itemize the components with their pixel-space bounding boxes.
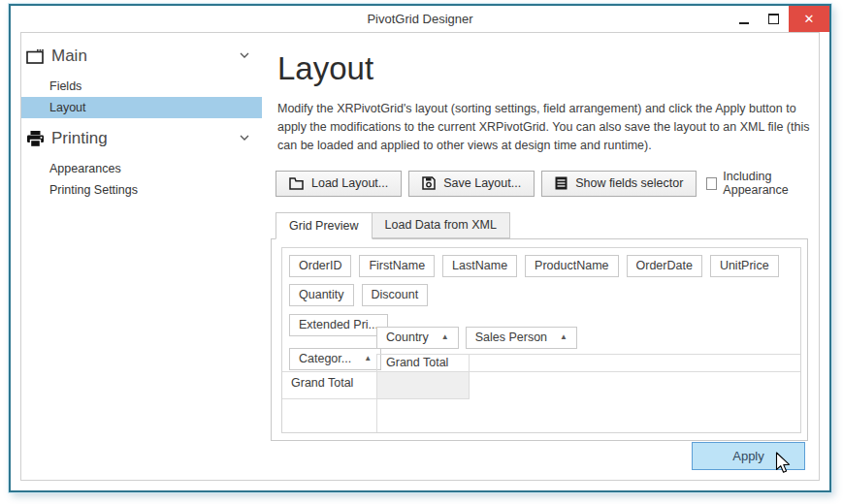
preview-tabs: Grid Preview Load Data from XML (276, 212, 819, 238)
including-appearance-label: Including Appearance (723, 170, 819, 197)
page-description: Modify the XRPivotGrid's layout (sorting… (277, 100, 827, 155)
field-country[interactable]: Country ▲ (376, 327, 459, 349)
field-country-label: Country (386, 331, 429, 344)
sidebar-item-layout[interactable]: Layout (21, 97, 262, 118)
window-title: PivotGrid Designer (11, 12, 829, 26)
save-floppy-icon (422, 176, 436, 190)
tab-grid-preview[interactable]: Grid Preview (276, 212, 373, 239)
main-content: Layout Modify the XRPivotGrid's layout (… (262, 33, 819, 480)
close-button[interactable]: ✕ (789, 6, 829, 32)
grid-line (376, 354, 800, 355)
title-bar: PivotGrid Designer ✕ (11, 6, 829, 32)
window-form-icon (25, 49, 45, 64)
field-productname[interactable]: ProductName (525, 255, 618, 277)
data-cell (377, 372, 469, 398)
field-discount[interactable]: Discount (362, 284, 429, 306)
field-unitprice[interactable]: UnitPrice (710, 255, 779, 277)
apply-button[interactable]: Apply (692, 442, 805, 470)
sidebar-item-printing-settings[interactable]: Printing Settings (21, 179, 262, 201)
field-category[interactable]: Categor... ▲ (289, 348, 381, 370)
filter-fields-row-1: OrderID FirstName LastName ProductName O… (289, 255, 779, 277)
close-icon: ✕ (804, 13, 815, 25)
sidebar-group-label: Printing (51, 129, 108, 148)
field-category-label: Categor... (299, 352, 351, 365)
minimize-icon (739, 22, 749, 24)
maximize-button[interactable] (759, 6, 789, 32)
field-orderid[interactable]: OrderID (289, 255, 351, 277)
show-fields-selector-label: Show fields selector (575, 176, 683, 190)
field-sales-person-label: Sales Person (475, 331, 547, 344)
sidebar-group-label: Main (51, 47, 87, 66)
save-layout-button[interactable]: Save Layout... (408, 171, 535, 197)
including-appearance-checkbox[interactable]: Including Appearance (706, 170, 819, 197)
sort-ascending-icon: ▲ (441, 333, 449, 341)
sort-ascending-icon: ▲ (560, 333, 567, 341)
load-layout-label: Load Layout... (311, 176, 388, 190)
save-layout-label: Save Layout... (443, 176, 521, 190)
field-sales-person[interactable]: Sales Person ▲ (466, 327, 577, 349)
open-folder-icon (289, 177, 304, 190)
grid-line (469, 354, 470, 399)
client-area: Main Fields Layout Printing (20, 32, 820, 481)
tab-load-data-from-xml[interactable]: Load Data from XML (372, 212, 510, 238)
grid-preview-panel: OrderID FirstName LastName ProductName O… (271, 238, 808, 441)
filter-fields-row-2: Quantity Discount (289, 284, 428, 306)
sidebar-group-main[interactable]: Main (21, 42, 262, 71)
grid-line (282, 398, 469, 399)
sidebar-item-appearances[interactable]: Appearances (21, 158, 262, 179)
grid-line (282, 371, 800, 372)
field-quantity[interactable]: Quantity (289, 284, 354, 306)
field-lastname[interactable]: LastName (442, 255, 517, 277)
field-orderdate[interactable]: OrderDate (627, 255, 702, 277)
page-title: Layout (277, 50, 819, 87)
chevron-down-icon (240, 135, 249, 141)
column-fields-area: Country ▲ Sales Person ▲ (376, 327, 577, 349)
sidebar-item-fields[interactable]: Fields (21, 76, 262, 97)
fields-list-icon (555, 176, 567, 190)
layout-toolbar: Load Layout... Save Layout... (276, 170, 819, 197)
chevron-down-icon (240, 52, 249, 58)
sort-ascending-icon: ▲ (364, 355, 372, 362)
maximize-icon (768, 14, 779, 24)
column-grand-total-header: Grand Total (386, 356, 448, 369)
sidebar: Main Fields Layout Printing (21, 33, 262, 480)
sidebar-group-printing[interactable]: Printing (21, 124, 262, 153)
minimize-button[interactable] (729, 6, 759, 32)
pivotgrid-designer-window: PivotGrid Designer ✕ (9, 4, 831, 492)
show-fields-selector-button[interactable]: Show fields selector (541, 171, 697, 197)
checkbox-unchecked-icon (706, 177, 717, 190)
row-grand-total-header: Grand Total (291, 376, 353, 390)
printer-icon (25, 131, 45, 147)
load-layout-button[interactable]: Load Layout... (276, 171, 402, 197)
window-controls: ✕ (729, 6, 829, 32)
field-firstname[interactable]: FirstName (359, 255, 435, 277)
pivot-grid-preview: OrderID FirstName LastName ProductName O… (281, 247, 801, 433)
field-extended-price[interactable]: Extended Pri... (289, 314, 388, 336)
